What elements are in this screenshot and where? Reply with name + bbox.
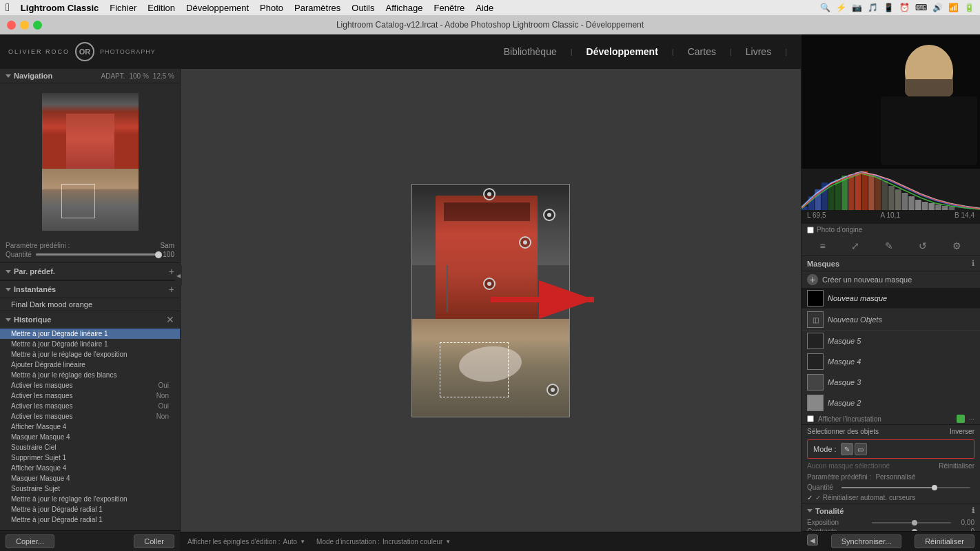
nav-cartes[interactable]: Cartes <box>688 46 716 57</box>
tonalite-info[interactable]: ℹ <box>972 506 974 515</box>
masque-2-item[interactable]: Masque 2 <box>802 393 980 413</box>
minimize-button[interactable] <box>20 21 29 30</box>
instantanes-header[interactable]: Instantanés + <box>0 281 180 298</box>
svg-rect-18 <box>908 196 915 210</box>
navigation-header[interactable]: Navigation ADAPT. 100 % 12.5 % <box>0 69 180 83</box>
window-controls[interactable] <box>7 21 42 30</box>
history-item[interactable]: Activer les masques Non <box>0 391 180 401</box>
synchroniser-button[interactable]: Synchroniser... <box>831 534 902 548</box>
history-item[interactable]: Supprimer Sujet 1 <box>0 453 180 463</box>
menu-aide[interactable]: Aide <box>476 3 493 13</box>
menu-photo[interactable]: Photo <box>260 3 283 13</box>
tool-settings[interactable]: ⚙ <box>950 239 964 253</box>
svg-rect-24 <box>949 207 955 210</box>
pin-2[interactable] <box>543 209 555 221</box>
nav-bibliotheque[interactable]: Bibliothèque <box>504 46 557 57</box>
tonalite-header[interactable]: Tonalité ℹ <box>802 503 980 518</box>
history-item[interactable]: Mettre à jour Dégradé linéaire 1 <box>0 329 180 339</box>
history-label-16: Mettre à jour le réglage de l'exposition <box>11 495 169 503</box>
history-item[interactable]: Activer les masques Oui <box>0 380 180 391</box>
history-label-5: Activer les masques <box>11 382 158 389</box>
history-item[interactable]: Soustraire Ciel <box>0 442 180 453</box>
afficher-epingles[interactable]: Afficher les épingles d'édition : Auto ▼ <box>187 538 305 545</box>
history-item[interactable]: Mettre à jour Dégradé radial 1 <box>0 504 180 514</box>
menu-edition[interactable]: Edition <box>147 3 175 13</box>
predefined-row: Paramètre prédéfini : Personnalisé <box>802 472 980 482</box>
dots-menu[interactable]: ··· <box>969 415 974 423</box>
history-item[interactable]: Activer les masques Non <box>0 411 180 422</box>
menu-lightroom[interactable]: Lightroom Classic <box>21 3 99 13</box>
nouveau-masque-item[interactable]: Nouveau masque <box>802 288 980 309</box>
coller-button[interactable]: Coller <box>134 534 174 548</box>
photo-origine-checkbox[interactable] <box>807 227 814 233</box>
history-item[interactable]: Mettre à jour le réglage des blancs <box>0 370 180 380</box>
snapshot-item[interactable]: Final Dark mood orange <box>0 298 180 311</box>
create-masque-button[interactable]: + Créer un nouveau masque <box>802 271 980 288</box>
pin-3[interactable] <box>519 236 531 249</box>
inverser-label[interactable]: Inverser <box>950 428 974 435</box>
nouveau-objets-item[interactable]: ◫ Nouveau Objets <box>802 309 980 331</box>
history-item[interactable]: Mettre à jour Dégradé radial 1 <box>0 514 180 525</box>
pin-5[interactable] <box>547 384 559 396</box>
svg-rect-23 <box>942 206 948 210</box>
menu-developpement[interactable]: Développement <box>186 3 249 13</box>
history-item[interactable]: Mettre à jour le réglage de l'exposition <box>0 494 180 504</box>
menu-fenetre[interactable]: Fenêtre <box>433 3 465 13</box>
green-dot[interactable] <box>957 415 965 423</box>
nav-developpement[interactable]: Développement <box>586 46 658 57</box>
tool-reset[interactable]: ↺ <box>916 239 930 253</box>
close-button[interactable] <box>7 21 16 30</box>
pin-1[interactable] <box>483 188 496 200</box>
masques-info[interactable]: ℹ <box>972 259 974 268</box>
historique-header[interactable]: Historique ✕ <box>0 311 180 329</box>
masque-4-item[interactable]: Masque 4 <box>802 351 980 372</box>
inst-plus[interactable]: + <box>169 284 174 295</box>
collapse-right-button[interactable]: ◀ <box>807 534 818 545</box>
masques-header: Masques ℹ <box>802 256 980 271</box>
history-item[interactable]: Afficher Masque 4 <box>0 463 180 473</box>
tool-brush[interactable]: ✎ <box>882 239 896 253</box>
reinitialiser-button[interactable]: Réinitialiser <box>939 462 974 470</box>
menubar-right-icons: 🔍 ⚡ 📷 🎵 📱 ⏰ ⌨ 🔊 📶 🔋 <box>820 3 974 12</box>
hist-close[interactable]: ✕ <box>166 314 174 325</box>
menu-affichage[interactable]: Affichage <box>386 3 423 13</box>
mode-icon-rect[interactable]: ▭ <box>855 443 867 455</box>
mode-icon-pencil[interactable]: ✎ <box>841 443 853 455</box>
menu-parametres[interactable]: Paramètres <box>294 3 340 13</box>
history-item[interactable]: Afficher Masque 4 <box>0 422 180 432</box>
history-item[interactable]: Ajouter Dégradé linéaire <box>0 360 180 370</box>
history-item[interactable]: Masquer Masque 4 <box>0 432 180 442</box>
masques-title: Masques <box>807 260 839 268</box>
mode-incrustation[interactable]: Mode d'incrustation : Incrustation coule… <box>316 538 451 545</box>
par-predef-header[interactable]: Par. prédef. + <box>0 263 180 280</box>
tonalite-section: Tonalité ℹ Exposition 0,00 Contraste <box>802 503 980 531</box>
history-value-8: Non <box>156 413 169 420</box>
history-item[interactable]: Mettre à jour le réglage de l'exposition <box>0 349 180 360</box>
history-item[interactable]: Soustraire Sujet <box>0 484 180 494</box>
afficher-checkbox[interactable] <box>807 415 814 422</box>
history-item[interactable]: Masquer Masque 4 <box>0 473 180 484</box>
exposition-slider[interactable] <box>872 522 951 523</box>
collapse-left-arrow[interactable]: ◀ <box>175 265 182 286</box>
apple-menu[interactable]:  <box>6 1 10 14</box>
tool-sliders[interactable]: ≡ <box>817 239 828 253</box>
par-plus[interactable]: + <box>169 266 174 277</box>
tool-curves[interactable]: ⤢ <box>848 239 862 253</box>
historique-title: Historique <box>14 315 51 324</box>
maximize-button[interactable] <box>33 21 42 30</box>
menu-fichier[interactable]: Fichier <box>110 3 136 13</box>
nav-livres[interactable]: Livres <box>746 46 771 57</box>
quantite-value: 100 <box>163 251 174 258</box>
menu-outils[interactable]: Outils <box>351 3 374 13</box>
history-item[interactable]: Activer les masques Oui <box>0 401 180 411</box>
mode-label: Mode d'incrustation : <box>316 538 380 545</box>
copier-button[interactable]: Copier... <box>6 534 54 548</box>
reinitialiser-tout-button[interactable]: Réinitialiser <box>915 534 974 548</box>
par-triangle <box>6 270 11 273</box>
masque-3-item[interactable]: Masque 3 <box>802 372 980 393</box>
history-item[interactable]: Mettre à jour Dégradé linéaire 1 <box>0 339 180 349</box>
masque-5-item[interactable]: Masque 5 <box>802 331 980 351</box>
quantity-slider[interactable] <box>841 487 970 488</box>
contraste-slider[interactable] <box>872 531 951 532</box>
quantite-slider[interactable] <box>36 253 159 256</box>
